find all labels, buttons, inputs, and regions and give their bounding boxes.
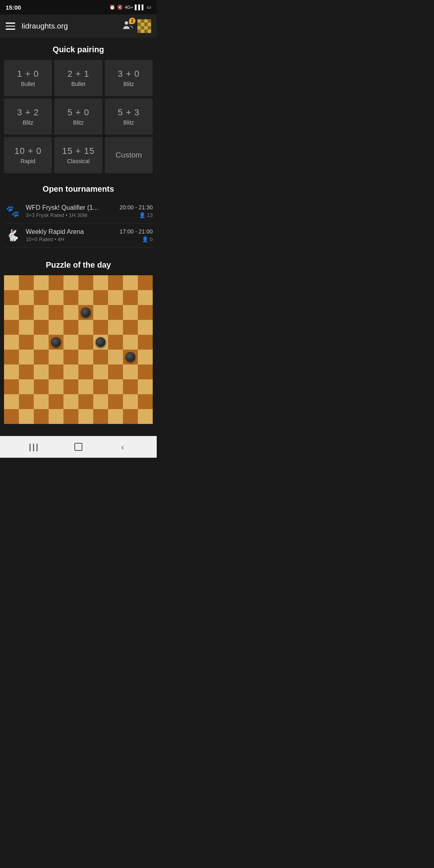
board-cell	[49, 275, 63, 290]
nav-menu-button[interactable]: |||	[24, 439, 44, 455]
board-cell	[138, 364, 153, 379]
board-cell	[108, 394, 123, 409]
board-cell	[78, 275, 93, 290]
svg-rect-19	[75, 443, 82, 450]
pairing-card[interactable]: 15 + 15 Classical	[54, 137, 102, 173]
tournament-name: Weekly Rapid Arena	[26, 228, 115, 235]
board-cell	[63, 379, 78, 394]
svg-rect-11	[137, 26, 141, 30]
board-cell	[93, 350, 108, 364]
svg-point-0	[125, 21, 128, 25]
board-cell	[78, 290, 93, 305]
home-icon	[74, 442, 83, 451]
tournament-name: WFD Frysk! Qualifier (1...	[26, 204, 115, 211]
tournament-item[interactable]: 🐾 WFD Frysk! Qualifier (1... 3+3 Frysk R…	[4, 199, 153, 223]
board-cell	[34, 379, 49, 394]
board-cell	[63, 335, 78, 350]
svg-rect-5	[144, 19, 148, 23]
board-cell	[4, 320, 19, 335]
svg-rect-15	[137, 30, 141, 33]
board-cell	[123, 394, 138, 409]
tournaments-list: 🐾 WFD Frysk! Qualifier (1... 3+3 Frysk R…	[0, 198, 157, 249]
board-cell	[78, 409, 93, 424]
board-cell	[19, 364, 34, 379]
board-cell	[4, 335, 19, 350]
board-cell	[123, 320, 138, 335]
puzzle-board-container[interactable]	[0, 274, 157, 424]
pairing-card[interactable]: 5 + 3 Blitz	[105, 98, 153, 135]
svg-rect-12	[141, 26, 145, 30]
nav-back-button[interactable]: ‹	[113, 439, 133, 455]
board-cell	[34, 320, 49, 335]
pairing-custom-label: Custom	[116, 151, 142, 160]
site-title: lidraughts.org	[22, 22, 68, 31]
nav-home-button[interactable]	[68, 439, 88, 455]
board-cell	[93, 364, 108, 379]
checker-piece[interactable]	[96, 337, 106, 348]
pairing-card[interactable]: 1 + 0 Bullet	[4, 60, 52, 96]
board-cell	[19, 290, 34, 305]
board-cell	[123, 335, 138, 350]
pairing-grid: 1 + 0 Bullet 2 + 1 Bullet 3 + 0 Blitz 3 …	[0, 58, 157, 177]
board-cell	[138, 305, 153, 320]
menu-button[interactable]	[6, 23, 15, 30]
tournament-item[interactable]: 🐇 Weekly Rapid Arena 10+0 Rated • 4H 17:…	[4, 223, 153, 248]
board-cell	[49, 379, 63, 394]
pairing-card[interactable]: 2 + 1 Bullet	[54, 60, 102, 96]
board-cell	[78, 394, 93, 409]
pairing-label: Rapid	[20, 158, 35, 164]
checker-piece[interactable]	[81, 307, 91, 318]
notification-badge: 2	[129, 18, 135, 24]
board-cell	[123, 409, 138, 424]
header-right: 2	[122, 19, 151, 33]
puzzle-title: Puzzle of the day	[0, 253, 157, 274]
board-cell	[93, 275, 108, 290]
board-cell	[93, 409, 108, 424]
board-cell	[138, 350, 153, 364]
board-cell	[4, 364, 19, 379]
board-cell	[123, 305, 138, 320]
board-cell	[19, 409, 34, 424]
board-cell	[78, 335, 93, 350]
pairing-card[interactable]: 5 + 0 Blitz	[54, 98, 102, 135]
board-cell	[108, 350, 123, 364]
board-cell	[4, 290, 19, 305]
status-time: 15:00	[6, 4, 21, 11]
chess-board-icon[interactable]	[137, 19, 151, 33]
svg-rect-3	[137, 19, 141, 23]
board-cell	[93, 379, 108, 394]
pairing-label: Bullet	[21, 81, 35, 87]
board-cell	[108, 379, 123, 394]
board-cell	[63, 409, 78, 424]
checkers-board[interactable]	[4, 275, 153, 424]
open-tournaments-section: Open tournaments 🐾 WFD Frysk! Qualifier …	[0, 177, 157, 249]
tournament-details: 3+3 Frysk Rated • 1H 30M	[26, 212, 115, 218]
pairing-card[interactable]: 10 + 0 Rapid	[4, 137, 52, 173]
tournament-meta: 17:00 - 21:00 👤 0	[119, 228, 153, 242]
board-cell	[123, 275, 138, 290]
checker-piece[interactable]	[51, 337, 61, 348]
board-cell	[63, 275, 78, 290]
svg-rect-9	[144, 23, 148, 27]
pairing-card[interactable]: 3 + 2 Blitz	[4, 98, 52, 135]
board-cell	[4, 379, 19, 394]
board-cell	[49, 409, 63, 424]
tournament-players: 👤 0	[119, 236, 153, 242]
board-cell	[19, 394, 34, 409]
tournament-players: 👤 13	[119, 212, 153, 218]
board-cell	[108, 320, 123, 335]
quick-pairing-section: Quick pairing 1 + 0 Bullet 2 + 1 Bullet …	[0, 38, 157, 177]
header: lidraughts.org 2	[0, 14, 157, 38]
checker-piece[interactable]	[125, 352, 136, 362]
pairing-card[interactable]: 3 + 0 Blitz	[105, 60, 153, 96]
board-cell	[34, 364, 49, 379]
board-cell	[78, 320, 93, 335]
svg-rect-18	[148, 30, 151, 33]
pairing-card[interactable]: Custom	[105, 137, 153, 173]
notification-button[interactable]: 2	[122, 20, 133, 33]
tournament-details: 10+0 Rated • 4H	[26, 236, 115, 242]
pairing-time: 5 + 3	[118, 107, 140, 118]
battery-icon: ▭	[147, 4, 151, 10]
board-cell	[123, 364, 138, 379]
board-cell	[108, 335, 123, 350]
